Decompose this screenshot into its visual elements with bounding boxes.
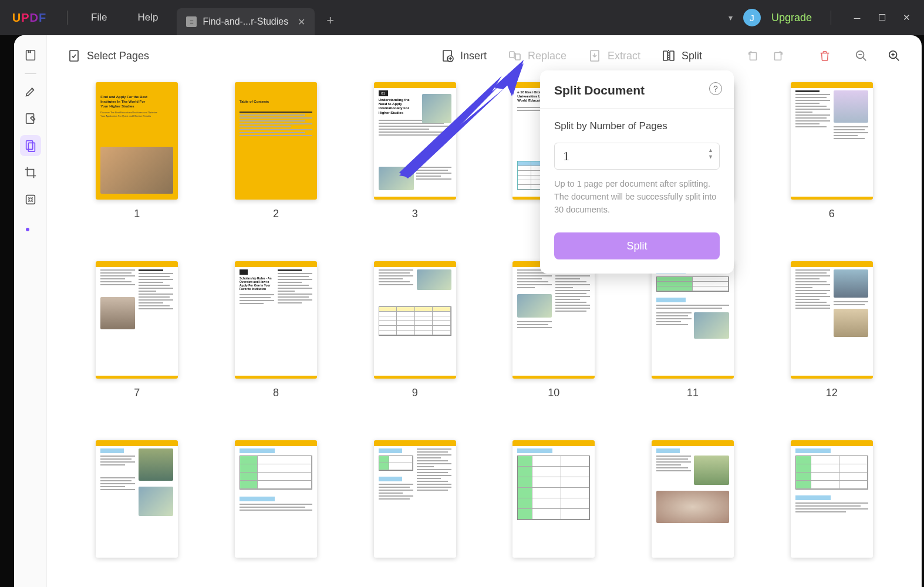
app-logo: UPDF xyxy=(0,11,59,25)
svg-rect-12 xyxy=(663,51,667,60)
page-number: 6 xyxy=(829,208,835,220)
tabs: ≡ Find-and-...r-Studies ✕ + xyxy=(177,0,346,35)
svg-rect-1 xyxy=(26,114,33,124)
page-number: 2 xyxy=(273,208,279,220)
svg-rect-10 xyxy=(515,54,520,60)
pages-input-wrapper: ▲ ▼ xyxy=(554,143,720,170)
popup-title: Split Document xyxy=(554,83,720,97)
page-thumbnail[interactable] xyxy=(88,440,186,558)
page-thumbnail[interactable]: 01 Understanding the Need to Apply Inter… xyxy=(366,82,464,220)
separator xyxy=(540,108,734,109)
page-number: 8 xyxy=(273,387,279,399)
rotate-left-icon[interactable] xyxy=(743,46,763,66)
help-icon[interactable]: ? xyxy=(709,82,722,95)
sidebar-reader-icon[interactable] xyxy=(20,45,41,66)
page-thumbnail[interactable]: 6 xyxy=(783,82,881,220)
page-number: 10 xyxy=(548,387,559,399)
tab-doc-icon: ≡ xyxy=(186,16,197,27)
sidebar-edit-icon[interactable] xyxy=(20,108,41,129)
page-thumbnail[interactable] xyxy=(366,440,464,558)
insert-button[interactable]: Insert xyxy=(432,44,495,68)
split-confirm-button[interactable]: Split xyxy=(554,232,720,259)
titlebar: UPDF File Help ≡ Find-and-...r-Studies ✕… xyxy=(0,0,924,35)
split-document-popup: Split Document ? Split by Number of Page… xyxy=(540,70,734,274)
page-thumbnail[interactable] xyxy=(644,440,742,558)
delete-icon[interactable] xyxy=(815,46,835,66)
stepper-up-icon[interactable]: ▲ xyxy=(708,148,713,153)
svg-rect-3 xyxy=(28,143,35,151)
page-thumbnail[interactable]: Find and Apply For the BestInstitutes In… xyxy=(88,82,186,220)
svg-rect-2 xyxy=(26,141,32,150)
separator xyxy=(25,73,36,74)
zoom-out-icon[interactable] xyxy=(851,46,871,66)
sidebar-highlight-icon[interactable] xyxy=(20,81,41,102)
page-thumbnail[interactable] xyxy=(783,440,881,558)
split-label: Split xyxy=(682,50,702,62)
upgrade-link[interactable]: Upgrade xyxy=(771,12,812,24)
split-by-pages-label: Split by Number of Pages xyxy=(554,120,720,132)
new-tab-button[interactable]: + xyxy=(315,13,346,28)
svg-rect-4 xyxy=(26,195,35,204)
page-thumbnail[interactable]: Table of Contents 2 xyxy=(227,82,325,220)
page-number: 11 xyxy=(687,387,699,399)
sidebar-crop-icon[interactable] xyxy=(20,162,41,183)
page-thumbnail[interactable]: 11 xyxy=(644,261,742,399)
separator xyxy=(831,11,831,25)
sidebar-organize-icon[interactable] xyxy=(20,135,41,156)
tab-title: Find-and-...r-Studies xyxy=(203,16,288,27)
replace-label: Replace xyxy=(528,50,566,62)
chevron-down-icon[interactable]: ▾ xyxy=(729,13,733,22)
window-minimize-icon[interactable]: ─ xyxy=(850,13,864,23)
zoom-in-icon[interactable] xyxy=(884,46,904,66)
window-close-icon[interactable]: ✕ xyxy=(899,12,913,23)
page-number: 12 xyxy=(826,387,838,399)
page-thumbnail[interactable]: 12 xyxy=(783,261,881,399)
insert-label: Insert xyxy=(460,50,487,62)
toolbar: Select Pages Insert Replace Extract Spli… xyxy=(47,35,922,76)
select-pages-button[interactable]: Select Pages xyxy=(59,44,157,68)
page-thumbnail[interactable]: 9 xyxy=(366,261,464,399)
replace-button[interactable]: Replace xyxy=(500,44,575,68)
svg-rect-9 xyxy=(510,52,514,58)
svg-rect-6 xyxy=(70,50,78,61)
sidebar-tools-icon[interactable] xyxy=(20,189,41,210)
page-number: 7 xyxy=(134,387,140,399)
active-indicator-dot xyxy=(26,228,29,231)
number-steppers: ▲ ▼ xyxy=(708,148,713,160)
split-button[interactable]: Split xyxy=(653,44,710,68)
rotate-right-icon[interactable] xyxy=(768,46,788,66)
document-tab[interactable]: ≡ Find-and-...r-Studies ✕ xyxy=(177,8,315,35)
titlebar-right: ▾ J Upgrade ─ ☐ ✕ xyxy=(729,9,924,26)
page-number: 1 xyxy=(134,208,140,220)
svg-rect-15 xyxy=(775,53,781,60)
thumbnail-grid: Find and Apply For the BestInstitutes In… xyxy=(47,76,922,587)
main-area: Select Pages Insert Replace Extract Spli… xyxy=(47,35,922,587)
page-thumbnail[interactable]: Scholarship Rules - An Overview and How … xyxy=(227,261,325,399)
stepper-down-icon[interactable]: ▼ xyxy=(708,154,713,160)
window-maximize-icon[interactable]: ☐ xyxy=(875,12,889,23)
menu-help[interactable]: Help xyxy=(122,12,173,23)
select-pages-label: Select Pages xyxy=(87,50,149,62)
extract-button[interactable]: Extract xyxy=(579,44,649,68)
extract-label: Extract xyxy=(608,50,640,62)
page-thumbnail[interactable]: 7 xyxy=(88,261,186,399)
svg-rect-13 xyxy=(670,51,674,60)
page-number: 3 xyxy=(412,208,418,220)
separator xyxy=(67,11,68,25)
page-thumbnail[interactable] xyxy=(505,440,603,558)
user-avatar[interactable]: J xyxy=(743,9,761,26)
app-panel: Select Pages Insert Replace Extract Spli… xyxy=(14,35,922,587)
svg-rect-14 xyxy=(750,53,757,60)
page-number: 9 xyxy=(412,387,418,399)
left-sidebar xyxy=(14,35,47,587)
svg-point-5 xyxy=(29,198,32,201)
page-thumbnail[interactable] xyxy=(227,440,325,558)
page-thumbnail[interactable]: 10 xyxy=(505,261,603,399)
pages-count-input[interactable] xyxy=(563,149,699,164)
split-hint-text: Up to 1 page per document after splittin… xyxy=(554,178,720,216)
tab-close-icon[interactable]: ✕ xyxy=(298,16,305,28)
menu-file[interactable]: File xyxy=(76,12,122,23)
